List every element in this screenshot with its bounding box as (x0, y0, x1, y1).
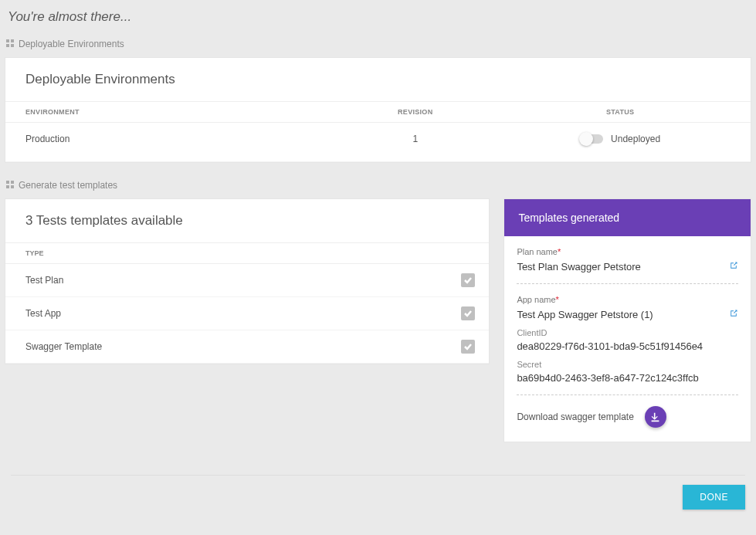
tests-card: 3 Tests templates available TYPE Test Pl… (5, 198, 490, 364)
section-generate-heading: Generate test templates (5, 177, 751, 198)
env-col-status: STATUS (490, 102, 751, 123)
download-button[interactable] (645, 406, 666, 428)
tpl-type: Test App (5, 297, 441, 330)
svg-rect-2 (6, 44, 9, 47)
tpl-checkbox[interactable] (461, 306, 475, 320)
section-deployable-heading: Deployable Environments (5, 36, 751, 57)
separator (517, 283, 738, 284)
env-name: Production (5, 123, 341, 162)
plan-name-label: Plan name* (517, 247, 738, 256)
tests-card-title: 3 Tests templates available (5, 199, 489, 242)
done-button[interactable]: DONE (683, 485, 745, 510)
app-name-label: App name* (517, 295, 738, 304)
generated-card: Templates generated Plan name* Test Plan… (503, 198, 751, 442)
separator (517, 394, 738, 395)
grid-icon (6, 180, 14, 191)
secret-label: Secret (517, 360, 738, 369)
tpl-type: Swagger Template (5, 330, 441, 364)
tpl-checkbox[interactable] (461, 273, 475, 287)
svg-rect-0 (6, 39, 9, 42)
deployable-card-title: Deployable Environments (5, 58, 751, 101)
secret-value: ba69b4d0-2463-3ef8-a647-72c124c3ffcb (517, 372, 738, 384)
client-id-value: dea80229-f76d-3101-bda9-5c51f91456e4 (517, 340, 738, 352)
svg-rect-6 (6, 185, 9, 188)
section-deployable-label: Deployable Environments (19, 39, 124, 49)
tpl-col-type: TYPE (5, 243, 441, 264)
env-status-cell: Undeployed (490, 123, 751, 162)
svg-rect-1 (11, 39, 14, 42)
tpl-row: Test Plan (5, 264, 489, 297)
tpl-type: Test Plan (5, 264, 441, 297)
deployable-environments-card: Deployable Environments ENVIRONMENT REVI… (5, 57, 751, 163)
download-label: Download swagger template (517, 411, 633, 422)
svg-rect-5 (11, 181, 14, 184)
deploy-toggle[interactable] (580, 134, 603, 144)
tpl-row: Swagger Template (5, 330, 489, 364)
section-generate-label: Generate test templates (19, 180, 117, 191)
open-app-icon[interactable] (729, 309, 738, 320)
plan-name-value: Test Plan Swagger Petstore (517, 261, 723, 273)
tpl-col-check (441, 243, 489, 264)
grid-icon (6, 39, 14, 49)
generated-header: Templates generated (504, 199, 751, 236)
env-status-text: Undeployed (611, 134, 660, 144)
page-title: You're almost there... (5, 5, 751, 36)
app-name-value: Test App Swagger Petstore (1) (517, 309, 723, 320)
env-col-rev: REVISION (341, 102, 490, 123)
templates-table: TYPE Test Plan (5, 242, 489, 364)
open-plan-icon[interactable] (729, 261, 738, 273)
footer: DONE (11, 475, 745, 510)
svg-rect-7 (11, 185, 14, 188)
tpl-checkbox[interactable] (461, 340, 475, 354)
env-revision: 1 (341, 123, 490, 162)
svg-rect-3 (11, 44, 14, 47)
env-row: Production 1 Undeployed (5, 123, 751, 162)
env-table: ENVIRONMENT REVISION STATUS Production 1… (5, 101, 751, 162)
env-col-env: ENVIRONMENT (5, 102, 341, 123)
svg-rect-4 (6, 181, 9, 184)
client-id-label: ClientID (517, 328, 738, 337)
tpl-row: Test App (5, 297, 489, 330)
